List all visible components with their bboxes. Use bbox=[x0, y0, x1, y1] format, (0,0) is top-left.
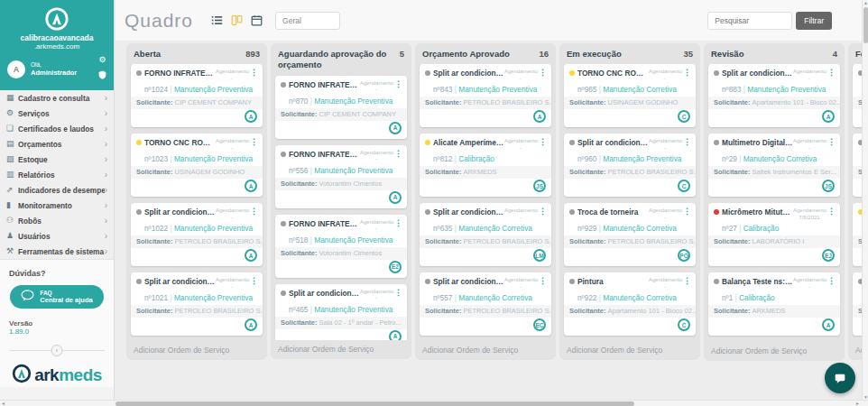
kebab-menu-icon[interactable]: ⋮ bbox=[683, 277, 691, 284]
add-order-button[interactable]: Adicionar Ordem de Serviço bbox=[126, 341, 267, 360]
kebab-menu-icon[interactable]: ⋮ bbox=[827, 277, 836, 284]
vertical-scrollbar[interactable]: ▲ ▼ bbox=[862, 0, 868, 400]
horizontal-scroll-thumb[interactable] bbox=[115, 401, 634, 406]
kebab-menu-icon[interactable]: ⋮ bbox=[539, 69, 547, 76]
scroll-left-arrow-icon[interactable]: ◄ bbox=[1, 401, 5, 406]
sidebar-item-orcamentos[interactable]: ▤ Orçamentos › bbox=[0, 136, 114, 152]
assignee-avatar[interactable]: JS bbox=[533, 180, 546, 192]
kanban-card[interactable]: FORNO INFRATEMP ROTA... Agendamento - ⋮ … bbox=[131, 64, 263, 127]
assignee-avatar[interactable]: EC bbox=[533, 318, 546, 331]
add-order-button[interactable]: Adicionar Ordem de Serviço bbox=[704, 342, 845, 361]
kebab-menu-icon[interactable]: ⋮ bbox=[683, 138, 691, 145]
assignee-avatar[interactable]: A bbox=[389, 191, 402, 204]
kanban-card[interactable]: FORNO INFRATEMP ROTA... Agendamento - ⋮ … bbox=[275, 145, 407, 208]
settings-gear-icon[interactable]: ⚙ bbox=[98, 56, 106, 64]
kanban-card[interactable]: Split ar condicionad... Agendamento - ⋮ … bbox=[420, 272, 551, 336]
kebab-menu-icon[interactable]: ⋮ bbox=[827, 208, 836, 215]
kanban-card[interactable]: Split ar condicionad... Agendamento - ⋮ … bbox=[708, 64, 840, 127]
add-order-button[interactable]: Adicionar Ordem de Serviço bbox=[559, 341, 700, 360]
filter-button[interactable]: Filtrar bbox=[796, 12, 832, 30]
kanban-card[interactable]: FORNO INFRATEMP ROTA... Agendamento - ⋮ … bbox=[275, 215, 407, 278]
kanban-card[interactable]: TORNO CNC ROMI Centu... Agendamento - ⋮ … bbox=[564, 64, 696, 127]
sidebar-item-cadastro[interactable]: ▦ Cadastro e consulta › bbox=[0, 90, 114, 106]
sidebar-item-relatorios[interactable]: ▥ Relatórios › bbox=[0, 167, 114, 182]
kanban-card[interactable]: FORNO INFRATEMP ROTA... Agendamento - ⋮ … bbox=[275, 76, 407, 139]
board-select[interactable]: Geral bbox=[275, 12, 340, 30]
assignee-avatar[interactable]: C bbox=[678, 318, 690, 331]
assignee-avatar[interactable]: A bbox=[389, 122, 402, 134]
kanban-card[interactable]: Split ar condicionad... Agendamento - ⋮ … bbox=[564, 134, 696, 197]
card-title: FORNO INFRATEMP ROTA... bbox=[289, 219, 360, 228]
sidebar-item-servicos[interactable]: ⚙ Serviços › bbox=[0, 106, 114, 121]
kebab-menu-icon[interactable]: ⋮ bbox=[394, 150, 402, 157]
assignee-avatar[interactable]: A bbox=[822, 110, 835, 123]
sidebar-item-indicadores[interactable]: ⇗ Indicadores de desempenho › bbox=[0, 182, 114, 198]
kebab-menu-icon[interactable]: ⋮ bbox=[394, 219, 402, 226]
kanban-card[interactable]: TORNO CNC ROMI Centu... Agendamento - ⋮ … bbox=[131, 134, 263, 197]
gear-icon: ⚙ bbox=[6, 109, 18, 117]
kebab-menu-icon[interactable]: ⋮ bbox=[539, 208, 547, 215]
calendar-view-icon[interactable] bbox=[251, 14, 263, 26]
kebab-menu-icon[interactable]: ⋮ bbox=[250, 277, 258, 284]
sidebar-item-certificados[interactable]: ❏ Certificados e laudos › bbox=[0, 121, 114, 136]
assignee-avatar[interactable]: C bbox=[678, 110, 690, 123]
assignee-avatar[interactable]: PO bbox=[678, 249, 690, 262]
add-order-button[interactable]: Adicionar Ordem de Serviço bbox=[271, 340, 411, 359]
faq-sublabel: Central de ajuda bbox=[40, 296, 92, 304]
sidebar-item-monitoramento[interactable]: ▮ Monitoramento › bbox=[0, 198, 114, 213]
chat-fab-button[interactable] bbox=[825, 363, 855, 393]
kebab-menu-icon[interactable]: ⋮ bbox=[683, 69, 691, 76]
kebab-menu-icon[interactable]: ⋮ bbox=[250, 138, 258, 145]
search-input[interactable] bbox=[707, 12, 792, 30]
vertical-scroll-thumb[interactable] bbox=[863, 7, 868, 43]
horizontal-scrollbar[interactable]: ◄ ► bbox=[0, 400, 868, 406]
assignee-avatar[interactable]: E2 bbox=[389, 261, 402, 273]
assignee-avatar[interactable]: A bbox=[245, 318, 257, 331]
kebab-menu-icon[interactable]: ⋮ bbox=[250, 208, 258, 215]
assignee-avatar[interactable]: A bbox=[245, 249, 257, 262]
kanban-card[interactable]: Troca de torneira Agendamento - ⋮ nº929 … bbox=[564, 203, 696, 266]
user-avatar[interactable]: A bbox=[7, 60, 25, 78]
kebab-menu-icon[interactable]: ⋮ bbox=[539, 277, 547, 284]
list-view-icon[interactable] bbox=[211, 14, 223, 26]
sidebar-item-estoque[interactable]: ▧ Estoque › bbox=[0, 152, 114, 167]
sidebar-item-robos[interactable]: ⚇ Robôs › bbox=[0, 213, 114, 228]
sidebar-collapse-toggle[interactable]: ‹ bbox=[51, 345, 63, 356]
faq-button[interactable]: FAQ Central de ajuda bbox=[10, 285, 104, 309]
assignee-avatar[interactable]: A bbox=[822, 318, 835, 331]
kanban-card[interactable]: Split ar condicionad... Agendamento - ⋮ … bbox=[131, 203, 263, 266]
board-view-icon[interactable] bbox=[231, 14, 243, 26]
assignee-avatar[interactable]: C bbox=[678, 180, 690, 192]
scroll-right-arrow-icon[interactable]: ► bbox=[855, 401, 860, 406]
sidebar-item-ferramentas[interactable]: ⚒ Ferramentas de sistema › bbox=[0, 244, 114, 259]
assignee-avatar[interactable]: A bbox=[389, 330, 402, 340]
scroll-up-arrow-icon[interactable]: ▲ bbox=[863, 0, 868, 5]
kebab-menu-icon[interactable]: ⋮ bbox=[827, 138, 836, 145]
shield-icon[interactable] bbox=[98, 67, 106, 83]
kebab-menu-icon[interactable]: ⋮ bbox=[683, 208, 691, 215]
assignee-avatar[interactable]: JS bbox=[822, 180, 835, 192]
kanban-card[interactable]: Micrômetro Mitutoyo ... Agendamento 7/5/… bbox=[708, 203, 840, 266]
assignee-avatar[interactable]: A bbox=[245, 180, 257, 192]
kanban-card[interactable]: Split ar condicionad... Agendamento - ⋮ … bbox=[420, 203, 551, 266]
user-profile[interactable]: A Olá, Administrador ⚙ bbox=[0, 51, 114, 90]
kanban-card[interactable]: Split ar condicionad... Agendamento - ⋮ … bbox=[131, 272, 263, 336]
assignee-avatar[interactable]: A bbox=[245, 110, 257, 123]
kanban-card[interactable]: Split ar condicionad... Agendamento - ⋮ … bbox=[420, 64, 551, 127]
assignee-avatar[interactable]: A bbox=[533, 110, 546, 123]
requester-value: LABORATÓRIO I bbox=[753, 237, 805, 245]
kebab-menu-icon[interactable]: ⋮ bbox=[394, 289, 402, 296]
add-order-button[interactable]: Adicionar Ordem de Serviço bbox=[415, 341, 556, 360]
kanban-card[interactable]: Balança Teste ns: ... Agendamento - ⋮ nº… bbox=[708, 272, 840, 336]
kebab-menu-icon[interactable]: ⋮ bbox=[394, 80, 402, 88]
kebab-menu-icon[interactable]: ⋮ bbox=[250, 69, 258, 76]
kanban-card[interactable]: Multimetro Digital F... Agendamento - ⋮ … bbox=[708, 134, 840, 197]
kebab-menu-icon[interactable]: ⋮ bbox=[539, 138, 547, 145]
assignee-avatar[interactable]: LM bbox=[533, 249, 546, 262]
kebab-menu-icon[interactable]: ⋮ bbox=[827, 69, 836, 76]
kanban-card[interactable]: Pintura Agendamento - ⋮ nº922 | Manutenç… bbox=[564, 272, 696, 336]
sidebar-item-usuarios[interactable]: ♟ Usuários › bbox=[0, 228, 114, 244]
kanban-card[interactable]: Split ar condicionad... Agendamento - ⋮ … bbox=[275, 284, 407, 340]
kanban-card[interactable]: Alicate Amperímetro ... Agendamento - ⋮ … bbox=[420, 134, 551, 197]
assignee-avatar[interactable]: EJ bbox=[822, 249, 835, 262]
